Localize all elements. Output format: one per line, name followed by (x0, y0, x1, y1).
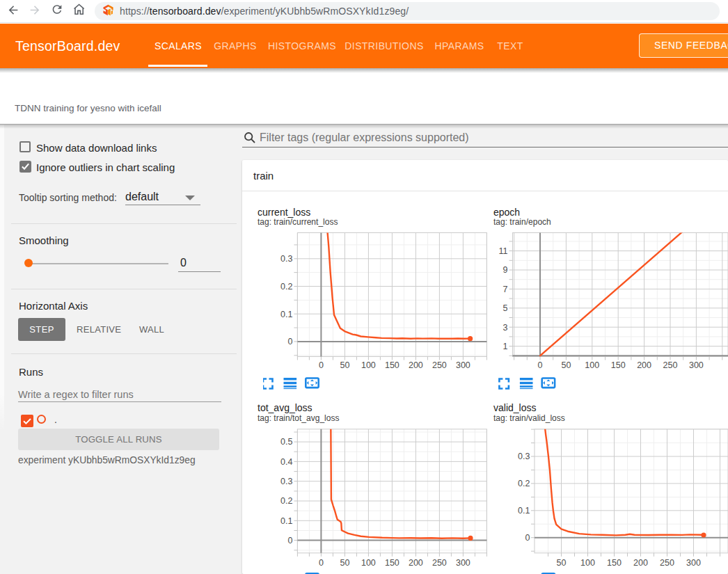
svg-text:150: 150 (607, 558, 622, 568)
svg-text:11: 11 (499, 246, 508, 256)
svg-text:0.3: 0.3 (518, 452, 530, 461)
svg-text:250: 250 (432, 558, 447, 568)
svg-text:1: 1 (503, 342, 508, 351)
svg-text:300: 300 (456, 360, 470, 370)
svg-text:0.1: 0.1 (280, 310, 292, 319)
svg-text:0.5: 0.5 (280, 437, 292, 447)
svg-text:100: 100 (580, 558, 595, 568)
svg-text:200: 200 (409, 558, 423, 568)
svg-text:0: 0 (287, 337, 292, 346)
svg-text:0.3: 0.3 (280, 477, 292, 486)
svg-text:9: 9 (503, 265, 508, 275)
svg-text:150: 150 (385, 558, 399, 568)
svg-text:3: 3 (503, 323, 508, 333)
svg-text:50: 50 (561, 360, 571, 370)
svg-text:0: 0 (538, 360, 543, 370)
svg-text:0.2: 0.2 (518, 479, 530, 488)
svg-text:0.2: 0.2 (280, 282, 292, 292)
svg-text:200: 200 (409, 360, 423, 370)
svg-text:0: 0 (525, 533, 530, 543)
svg-text:0.3: 0.3 (280, 254, 292, 264)
svg-text:300: 300 (689, 360, 704, 370)
svg-text:7: 7 (503, 285, 508, 294)
svg-text:0.2: 0.2 (280, 496, 292, 506)
svg-text:300: 300 (456, 558, 470, 568)
svg-text:0.1: 0.1 (518, 506, 530, 516)
svg-text:100: 100 (585, 360, 599, 370)
svg-text:150: 150 (611, 360, 626, 370)
svg-text:250: 250 (660, 558, 674, 568)
svg-text:100: 100 (361, 558, 376, 568)
svg-text:0: 0 (319, 558, 324, 568)
svg-text:250: 250 (663, 360, 678, 370)
svg-text:200: 200 (637, 360, 651, 370)
svg-text:150: 150 (385, 360, 399, 370)
svg-text:50: 50 (557, 558, 567, 568)
svg-text:0: 0 (319, 360, 324, 370)
svg-text:50: 50 (340, 360, 349, 370)
svg-text:100: 100 (361, 360, 376, 370)
svg-text:0.4: 0.4 (280, 457, 292, 467)
svg-text:5: 5 (503, 303, 508, 313)
svg-text:200: 200 (633, 558, 648, 568)
svg-text:0.1: 0.1 (280, 516, 292, 526)
svg-text:0: 0 (287, 536, 292, 545)
svg-text:250: 250 (432, 360, 447, 370)
svg-text:300: 300 (686, 558, 701, 568)
svg-text:50: 50 (340, 558, 349, 568)
